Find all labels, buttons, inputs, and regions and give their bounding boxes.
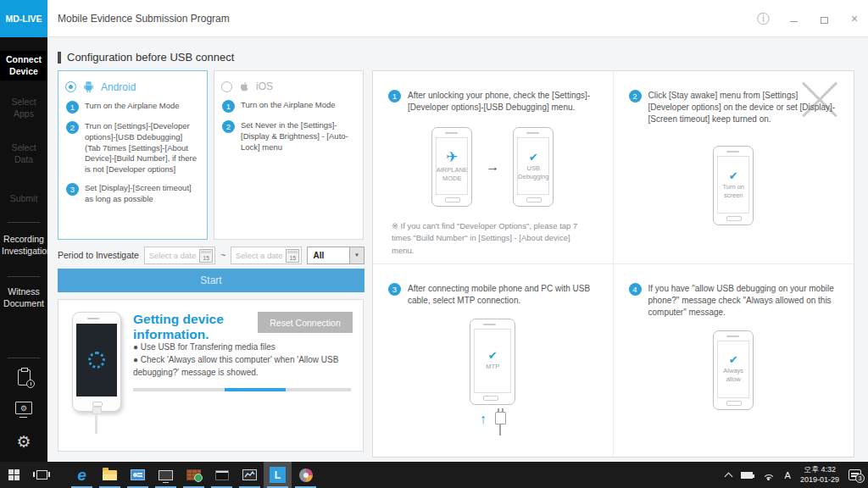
stay-awake-phone-illustration: ✔ Turn on screen — [713, 146, 754, 225]
settings-button[interactable]: ⚙ — [0, 434, 47, 450]
guide-step-3: 3 After connecting mobile phone and PC w… — [373, 264, 614, 458]
taskbar-explorer-button[interactable] — [96, 462, 124, 488]
firewall-icon — [186, 469, 201, 480]
sidebar-divider — [8, 276, 40, 277]
android-label: Android — [101, 81, 136, 93]
calendar-icon[interactable]: 15 — [286, 249, 299, 263]
chevron-down-icon[interactable]: ▼ — [349, 247, 364, 263]
android-radio[interactable] — [65, 81, 76, 92]
device-info-bullets: ● Use USB for Transfering media files ● … — [133, 341, 351, 379]
battery-icon[interactable] — [741, 472, 753, 479]
sidebar-item-recording-investigation[interactable]: Recording Investigation — [0, 230, 47, 260]
android-option-panel[interactable]: Android 1 Turn on the Airplane Mode 2 Tr… — [58, 70, 208, 240]
device-info-panel: Getting device information. Reset Connec… — [58, 299, 364, 452]
sidebar-item-select-apps[interactable]: Select Apps — [0, 93, 47, 123]
arrow-right-icon: → — [486, 159, 499, 175]
device-info-title: Getting device information. — [133, 312, 258, 342]
taskbar-paint-button[interactable] — [292, 462, 320, 488]
developer-options-note: ※ If you can't find "Developer Options",… — [388, 220, 598, 257]
task-view-icon — [36, 470, 47, 480]
date-to-field[interactable]: 15 — [231, 247, 302, 264]
bullet-line: ● Use USB for Transfering media files — [133, 341, 351, 353]
check-icon: ✔ — [729, 354, 738, 365]
folder-icon — [103, 470, 117, 480]
usb-debugging-phone-illustration: ✔ USB Debugging — [513, 127, 554, 207]
taskbar-firewall-button[interactable] — [180, 462, 208, 488]
info-icon[interactable]: ⓘ — [757, 11, 770, 27]
check-icon: ✔ — [488, 350, 498, 361]
paint-palette-icon — [299, 469, 313, 482]
step-number-badge: 2 — [222, 120, 235, 133]
start-menu-button[interactable] — [0, 462, 28, 488]
sidebar-item-select-data[interactable]: Select Data — [0, 139, 47, 169]
sidebar-item-witness-document[interactable]: Witness Document — [0, 283, 47, 313]
ios-step: 1 Turn on the Airplane Mode — [214, 100, 363, 113]
connecting-phone-illustration — [72, 312, 121, 412]
android-step: 3 Set [Display]-[Screen timeout] as long… — [58, 183, 207, 205]
restore-button[interactable] — [817, 12, 831, 25]
report-history-button[interactable] — [0, 369, 47, 385]
window-title: Mobile Evidence Submission Program — [58, 0, 230, 37]
date-from-field[interactable]: 15 — [144, 247, 215, 264]
titlebar: Mobile Evidence Submission Program ⓘ × — [0, 0, 868, 37]
start-button[interactable]: Start — [58, 269, 364, 292]
windows-logo-icon — [8, 469, 20, 481]
date-from-input[interactable] — [145, 251, 206, 260]
airplane-icon: ✈ — [446, 150, 458, 164]
date-to-input[interactable] — [231, 251, 292, 260]
android-step: 1 Turn on the Airplane Mode — [58, 101, 207, 114]
command-prompt-icon — [215, 470, 229, 480]
period-row: Period to Investigate 15 ~ 15 All ▼ — [58, 246, 364, 264]
filter-selected-value: All — [308, 251, 324, 260]
tray-clock[interactable]: 오후 4:32 2019-01-29 — [800, 465, 839, 485]
sidebar-divider — [8, 358, 40, 358]
data-filter-select[interactable]: All ▼ — [307, 247, 364, 264]
always-allow-phone-illustration: ✔ Always allow — [713, 330, 754, 410]
check-icon: ✔ — [729, 170, 738, 181]
reset-connection-button[interactable]: Reset Connection — [258, 312, 353, 333]
report-history-icon — [18, 369, 31, 385]
ios-radio[interactable] — [221, 81, 232, 92]
usb-cable-icon — [95, 412, 97, 434]
connection-progress-bar — [133, 388, 351, 391]
notification-count-badge: 3 — [855, 474, 865, 483]
taskbar-edge-button[interactable]: e — [68, 462, 96, 488]
step-number-badge: 3 — [66, 183, 79, 196]
task-view-button[interactable] — [28, 462, 56, 488]
step-number-badge: 2 — [629, 90, 642, 103]
step-number-badge: 2 — [66, 121, 79, 134]
action-center-icon[interactable]: 3 — [849, 469, 861, 480]
step-number-badge: 3 — [388, 283, 401, 296]
ios-step: 2 Set Never in the [Settings]-[Display &… — [214, 120, 363, 152]
monitor-settings-button[interactable]: ⚙ — [0, 402, 47, 414]
sidebar-item-submit[interactable]: Submit — [0, 190, 47, 208]
taskbar-cmd-button[interactable] — [208, 462, 236, 488]
step-number-badge: 4 — [629, 283, 642, 296]
progress-fill — [225, 388, 286, 391]
gear-icon: ⚙ — [16, 434, 31, 450]
heading-bar — [58, 52, 61, 64]
period-label: Period to Investigate — [58, 250, 139, 260]
close-button[interactable]: × — [848, 12, 861, 25]
wifi-icon[interactable] — [762, 470, 776, 480]
minimize-button[interactable] — [787, 12, 800, 25]
card-viewer-icon — [131, 469, 145, 480]
sidebar: Connect Device Select Apps Select Data S… — [0, 37, 47, 462]
section-heading-text: Configuration before USB connect — [67, 51, 234, 64]
taskbar-perfmon-button[interactable] — [236, 462, 264, 488]
sidebar-item-connect-device[interactable]: Connect Device — [0, 51, 47, 80]
ime-indicator[interactable]: A — [785, 470, 791, 480]
mtp-phone-illustration: ✔ MTP — [470, 319, 515, 405]
guide-step-1: 1 After unlocking your phone, check the … — [373, 71, 614, 264]
system-tray: A 오후 4:32 2019-01-29 3 — [726, 462, 868, 488]
taskbar-viewer-button[interactable] — [124, 462, 152, 488]
taskbar-mdlive-button[interactable]: L — [264, 462, 292, 488]
arrow-up-icon: ↑ — [480, 412, 487, 427]
ios-option-panel[interactable]: iOS 1 Turn on the Airplane Mode 2 Set Ne… — [214, 70, 364, 240]
ios-label: iOS — [256, 80, 273, 92]
loading-spinner-icon — [88, 352, 105, 369]
tray-chevron-up-icon[interactable] — [724, 472, 732, 480]
calendar-icon[interactable]: 15 — [199, 249, 213, 263]
step-number-badge: 1 — [388, 90, 401, 103]
taskbar-monitor-app-button[interactable] — [152, 462, 180, 488]
